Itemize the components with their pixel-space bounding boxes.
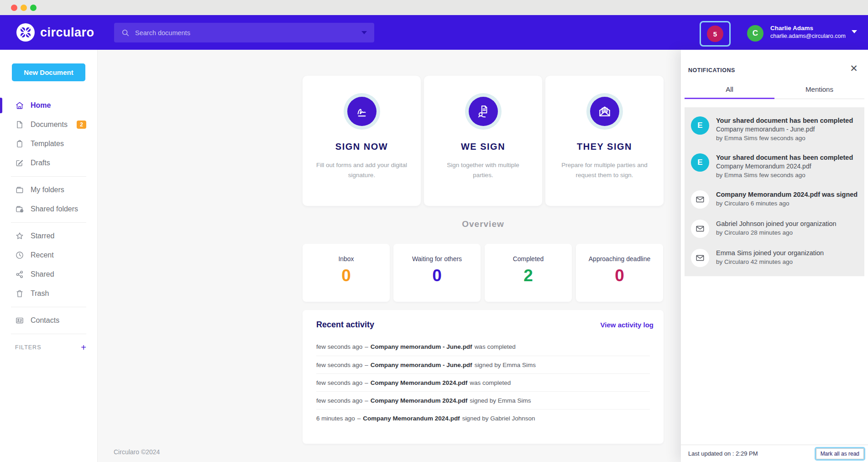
sidebar-item-drafts[interactable]: Drafts xyxy=(0,153,97,173)
add-filter-button[interactable]: + xyxy=(81,343,86,352)
minimize-window-icon[interactable] xyxy=(21,5,27,11)
notification-meta: by Emma Sims few seconds ago xyxy=(716,171,853,179)
sidebar-item-contacts[interactable]: Contacts xyxy=(0,311,97,330)
notification-subtitle: Company memorandum - June.pdf xyxy=(716,125,853,134)
activity-row[interactable]: few seconds ago – Company Memorandum 202… xyxy=(316,391,650,409)
stat-value: 2 xyxy=(485,266,572,285)
notification-item[interactable]: Company Memorandum 2024.pdf was signed b… xyxy=(685,185,864,214)
brand-logo[interactable]: circularo xyxy=(16,23,94,42)
app-window: circularo 5 C Charlie Adams charlie.adam… xyxy=(0,0,868,462)
copyright-text: Circularo ©2024 xyxy=(114,448,160,456)
activity-file: Company Memorandum 2024.pdf xyxy=(363,415,460,422)
documents-count-badge: 2 xyxy=(77,121,86,129)
they-sign-card[interactable]: THEY SIGN Prepare for multiple parties a… xyxy=(545,76,664,206)
activity-separator: – xyxy=(365,343,368,350)
card-description: Sign together with multiple parties. xyxy=(437,160,529,180)
search-filter-caret-icon[interactable] xyxy=(361,31,367,34)
sidebar-divider xyxy=(11,222,86,223)
sidebar-item-trash[interactable]: Trash xyxy=(0,284,97,303)
filters-section: FILTERS + xyxy=(0,338,97,357)
activity-action: was completed xyxy=(475,343,516,350)
notifications-button[interactable]: 5 xyxy=(700,21,731,47)
zoom-window-icon[interactable] xyxy=(30,5,37,11)
notification-item[interactable]: E Your shared document has been complete… xyxy=(685,148,864,185)
tab-all[interactable]: All xyxy=(685,83,774,99)
stat-value: 0 xyxy=(576,266,663,285)
notifications-list: E Your shared document has been complete… xyxy=(685,107,864,276)
activity-file: Company memorandum - June.pdf xyxy=(371,343,472,350)
sign-now-card[interactable]: SIGN NOW Fill out forms and add your dig… xyxy=(303,76,421,206)
sidebar-item-label: Home xyxy=(31,101,51,110)
notification-item[interactable]: E Your shared document has been complete… xyxy=(685,111,864,148)
mark-all-read-button[interactable]: Mark all as read xyxy=(816,448,864,459)
share-icon xyxy=(15,270,24,279)
tab-mentions[interactable]: Mentions xyxy=(774,83,864,99)
card-description: Fill out forms and add your digital sign… xyxy=(315,160,408,180)
activity-file: Company Memorandum 2024.pdf xyxy=(371,397,467,404)
sidebar-item-label: Shared folders xyxy=(31,205,78,213)
sidebar-item-label: Starred xyxy=(31,232,54,240)
sidebar-item-my-folders[interactable]: My folders xyxy=(0,180,97,200)
user-avatar[interactable]: C xyxy=(747,25,763,42)
stat-label: Inbox xyxy=(303,255,390,262)
contact-card-icon xyxy=(15,316,24,325)
notification-title: Emma Sims joined your organization xyxy=(716,249,824,257)
view-activity-log-link[interactable]: View activity log xyxy=(601,321,654,329)
we-sign-card[interactable]: WE SIGN Sign together with multiple part… xyxy=(424,76,542,206)
filters-label: FILTERS xyxy=(15,344,41,351)
star-icon xyxy=(15,231,24,241)
stat-inbox[interactable]: Inbox 0 xyxy=(303,244,390,302)
recent-activity-title: Recent activity xyxy=(316,320,374,330)
user-menu-caret-icon[interactable] xyxy=(852,30,857,33)
user-email: charlie.adams@circularo.com xyxy=(770,32,846,40)
search-input[interactable] xyxy=(135,29,361,37)
sidebar-item-home[interactable]: Home xyxy=(0,96,97,115)
window-titlebar xyxy=(0,0,868,15)
overview-heading: Overview xyxy=(303,219,664,229)
circularo-logo-icon xyxy=(16,23,35,42)
sidebar-item-templates[interactable]: Templates xyxy=(0,134,97,153)
stat-value: 0 xyxy=(303,266,390,285)
user-menu[interactable]: Charlie Adams charlie.adams@circularo.co… xyxy=(770,24,846,40)
activity-row[interactable]: few seconds ago – Company memorandum - J… xyxy=(316,356,650,373)
search-bar xyxy=(114,23,374,42)
clock-icon xyxy=(15,251,24,260)
close-icon[interactable]: ✕ xyxy=(849,63,859,74)
sender-avatar: E xyxy=(691,153,709,172)
sidebar-item-label: Templates xyxy=(31,140,64,148)
stat-completed[interactable]: Completed 2 xyxy=(485,244,572,302)
notification-item[interactable]: Emma Sims joined your organization by Ci… xyxy=(685,243,864,273)
last-updated-text: Last updated on : 2:29 PM xyxy=(688,450,758,457)
sidebar-item-label: Contacts xyxy=(31,316,59,325)
close-window-icon[interactable] xyxy=(11,5,17,11)
sidebar-item-documents[interactable]: Documents 2 xyxy=(0,115,97,134)
envelope-letter-icon xyxy=(590,97,619,126)
activity-separator: – xyxy=(365,397,368,404)
search-icon xyxy=(121,29,130,37)
envelope-icon xyxy=(691,249,709,267)
stat-label: Approaching deadline xyxy=(576,255,663,262)
activity-row[interactable]: few seconds ago – Company memorandum - J… xyxy=(316,338,650,356)
activity-row[interactable]: few seconds ago – Company Memorandum 202… xyxy=(316,373,650,391)
notification-item[interactable]: Gabriel Johnson joined your organization… xyxy=(685,214,864,243)
activity-action: was completed xyxy=(470,379,511,386)
stat-approaching-deadline[interactable]: Approaching deadline 0 xyxy=(576,244,663,302)
signature-icon xyxy=(347,97,376,126)
recent-activity-card: Recent activity View activity log few se… xyxy=(303,310,664,444)
sidebar-item-label: My folders xyxy=(31,186,64,194)
notifications-footer: Last updated on : 2:29 PM Mark all as re… xyxy=(681,445,868,462)
activity-time: few seconds ago xyxy=(316,397,362,404)
sidebar-item-recent[interactable]: Recent xyxy=(0,246,97,265)
notification-count-badge[interactable]: 5 xyxy=(707,26,723,42)
sidebar-item-shared-folders[interactable]: Shared folders xyxy=(0,200,97,219)
sidebar-nav: Home Documents 2 Templates xyxy=(0,96,97,357)
sidebar-item-starred[interactable]: Starred xyxy=(0,226,97,246)
activity-row[interactable]: 6 minutes ago – Company Memorandum 2024.… xyxy=(316,409,650,427)
card-description: Prepare for multiple parties and request… xyxy=(558,160,651,180)
new-document-button[interactable]: New Document xyxy=(12,63,85,81)
sidebar-item-shared[interactable]: Shared xyxy=(0,265,97,284)
stat-waiting-for-others[interactable]: Waiting for others 0 xyxy=(393,244,481,302)
folder-icon xyxy=(15,185,24,194)
sidebar-item-label: Shared xyxy=(31,270,54,278)
notification-title: Your shared document has been completed xyxy=(716,153,853,162)
